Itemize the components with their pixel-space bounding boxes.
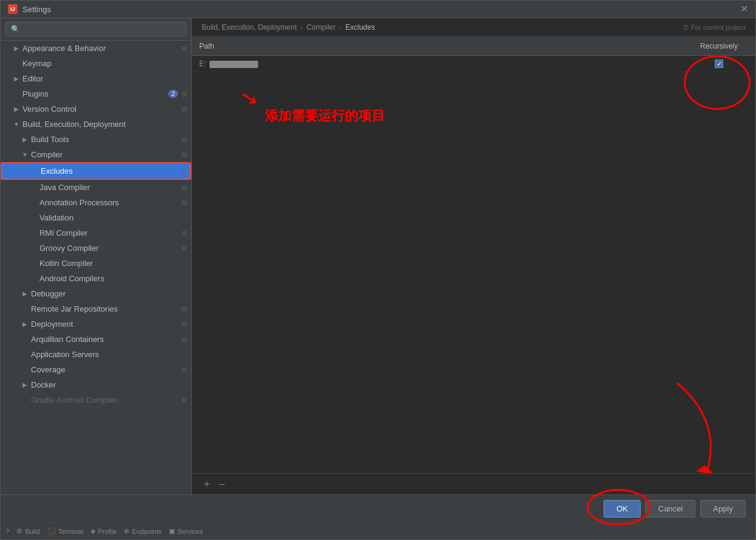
arrow-icon: ▶	[21, 136, 29, 143]
cell-path: E:	[192, 56, 683, 72]
sidebar-item-label: RMI Compiler	[39, 228, 179, 238]
sidebar-item-label: Build Tools	[31, 135, 179, 144]
sidebar-item-label: Keymap	[22, 59, 186, 68]
status-endpoints-label: Endpoints	[132, 528, 162, 535]
sidebar-item-version-control[interactable]: ▶ Version Control ⊟	[1, 101, 191, 117]
arrow-icon: ▶	[13, 106, 20, 112]
settings-icon: ⊟	[182, 199, 186, 206]
title-bar: IJ Settings ✕	[1, 1, 755, 18]
breadcrumb: Build, Execution, Deployment › Compiler …	[192, 18, 755, 37]
sidebar-item-label: Android Compilers	[39, 274, 186, 283]
sidebar-item-docker[interactable]: ▶ Docker	[1, 377, 191, 392]
settings-icon: ⊟	[182, 184, 186, 191]
path-redacted	[209, 61, 258, 68]
settings-icon: ⊟	[182, 245, 186, 251]
close-button[interactable]: ✕	[740, 4, 748, 14]
arrow-icon: ▶	[21, 381, 29, 388]
services-icon: ▣	[169, 527, 175, 535]
sidebar-item-java-compiler[interactable]: Java Compiler ⊟	[1, 180, 191, 195]
sidebar-item-coverage[interactable]: Coverage ⊟	[1, 362, 191, 377]
add-button[interactable]: +	[199, 477, 214, 491]
sidebar-item-label: Arquillian Containers	[31, 335, 179, 344]
sidebar-item-label: Build, Execution, Deployment	[22, 120, 186, 129]
content-body: Path Recursively E: ✓	[192, 37, 755, 473]
settings-icon: ⊟	[182, 106, 186, 112]
sidebar-item-more[interactable]: Gradle Android Compiler... ⊟	[1, 392, 191, 408]
status-services[interactable]: ▣ Services	[169, 527, 203, 535]
sidebar-item-appearance[interactable]: ▶ Appearance & Behavior ⊟	[1, 41, 191, 56]
sidebar-item-android-compilers[interactable]: Android Compilers	[1, 271, 191, 286]
col-header-recursive: Recursively	[683, 39, 755, 53]
status-services-label: Services	[177, 528, 203, 535]
profile-icon: ◈	[90, 527, 95, 535]
sidebar-item-label: Coverage	[31, 365, 179, 374]
settings-icon: ⊟	[182, 397, 186, 403]
sidebar-item-label: Deployment	[31, 320, 179, 329]
ok-button-container: OK	[604, 500, 641, 518]
settings-icon: ⊟	[182, 91, 186, 97]
sidebar-item-debugger[interactable]: ▶ Debugger	[1, 286, 191, 301]
project-info: 🗒 For current project	[683, 24, 746, 31]
cell-recursive[interactable]: ✓	[683, 56, 755, 72]
sidebar-item-label: Appearance & Behavior	[22, 44, 179, 53]
sidebar-item-groovy-compiler[interactable]: Groovy Compiler ⊟	[1, 241, 191, 256]
sidebar-item-validation[interactable]: Validation	[1, 210, 191, 225]
col-header-path: Path	[192, 39, 683, 53]
cancel-button[interactable]: Cancel	[645, 500, 695, 518]
table-row: E: ✓	[192, 56, 755, 72]
arrow-icon: ▶	[21, 290, 29, 297]
sidebar-item-editor[interactable]: ▶ Editor	[1, 71, 191, 86]
sidebar-item-compiler[interactable]: ▼ Compiler ⊟	[1, 147, 191, 162]
sidebar-item-build-tools[interactable]: ▶ Build Tools ⊟	[1, 132, 191, 147]
sidebar-item-label: Kotlin Compiler	[39, 259, 186, 268]
search-input[interactable]	[5, 22, 186, 36]
sidebar-item-excludes[interactable]: Excludes ⊟	[1, 162, 191, 180]
sidebar-item-annotation-processors[interactable]: Annotation Processors ⊟	[1, 195, 191, 210]
remove-button[interactable]: –	[214, 477, 230, 491]
table-header: Path Recursively	[192, 37, 755, 56]
status-endpoints[interactable]: ⊕ Endpoints	[124, 527, 162, 535]
status-profile[interactable]: ◈ Profile	[90, 527, 117, 535]
sidebar-item-build-exec-deploy[interactable]: ▼ Build, Execution, Deployment	[1, 117, 191, 132]
sidebar-item-kotlin-compiler[interactable]: Kotlin Compiler	[1, 256, 191, 271]
sidebar-item-label: Java Compiler	[39, 183, 179, 192]
breadcrumb-part-2: Compiler	[307, 23, 336, 32]
settings-dialog: IJ Settings ✕ ▶ Appearance & Behavior ⊟ …	[0, 0, 756, 540]
arrow-icon: ▶	[13, 75, 20, 82]
sidebar-item-label: Excludes	[41, 166, 178, 176]
terminal-icon: ⬛	[47, 527, 56, 535]
sidebar-item-keymap[interactable]: Keymap	[1, 56, 191, 71]
breadcrumb-part-1: Build, Execution, Deployment	[202, 23, 297, 32]
breadcrumb-sep-1: ›	[301, 23, 303, 32]
settings-icon: ⊟	[182, 306, 186, 312]
arrow-icon: ▶	[13, 45, 20, 52]
arrow-icon: ▶	[21, 321, 29, 327]
status-profile-label: Profile	[98, 528, 117, 535]
bottom-toolbar: + –	[192, 473, 755, 494]
status-help[interactable]: ?	[5, 528, 9, 535]
breadcrumb-sep-2: ›	[339, 23, 342, 32]
status-build-label: Build	[25, 528, 39, 535]
sidebar-item-label: Annotation Processors	[39, 198, 179, 207]
settings-icon: ⊟	[182, 136, 186, 143]
sidebar-item-rmi-compiler[interactable]: RMI Compiler ⊟	[1, 225, 191, 241]
ok-button[interactable]: OK	[604, 500, 641, 518]
help-icon: ?	[5, 528, 9, 535]
settings-icon: ⊟	[182, 336, 186, 343]
sidebar-item-deployment[interactable]: ▶ Deployment ⊟	[1, 316, 191, 332]
sidebar-item-plugins[interactable]: Plugins 2 ⊟	[1, 86, 191, 101]
arrow-annotation-2: ➘	[239, 84, 261, 113]
dialog-title: Settings	[22, 5, 51, 14]
sidebar-item-remote-jar[interactable]: Remote Jar Repositories ⊟	[1, 301, 191, 316]
arrow-annotation-3	[647, 371, 755, 473]
search-box	[1, 18, 191, 41]
sidebar-item-arquillian[interactable]: Arquillian Containers ⊟	[1, 332, 191, 347]
sidebar-item-label: Validation	[39, 213, 186, 222]
status-bar: ? ⚙ Build ⬛ Terminal ◈ Profile ⊕ Endpoin…	[1, 522, 755, 539]
status-terminal[interactable]: ⬛ Terminal	[47, 527, 84, 535]
sidebar-item-app-servers[interactable]: Application Servers	[1, 347, 191, 362]
recursive-checkbox[interactable]: ✓	[715, 60, 723, 68]
status-build[interactable]: ⚙ Build	[16, 527, 39, 535]
apply-button[interactable]: Apply	[700, 500, 746, 518]
settings-icon: ⊟	[182, 45, 186, 52]
